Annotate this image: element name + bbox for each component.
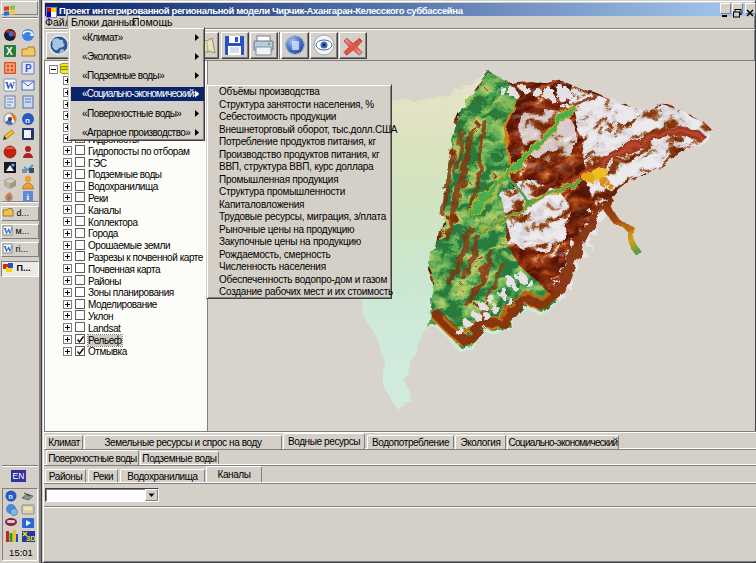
- svg-text:3D: 3D: [26, 534, 36, 543]
- svg-text:P: P: [25, 63, 32, 74]
- svg-text:n: n: [25, 116, 30, 125]
- svg-text:W: W: [4, 244, 13, 254]
- svg-text:X: X: [6, 46, 13, 57]
- svg-text:W: W: [5, 80, 15, 91]
- svg-text:n: n: [9, 493, 13, 500]
- svg-text:W: W: [4, 226, 13, 236]
